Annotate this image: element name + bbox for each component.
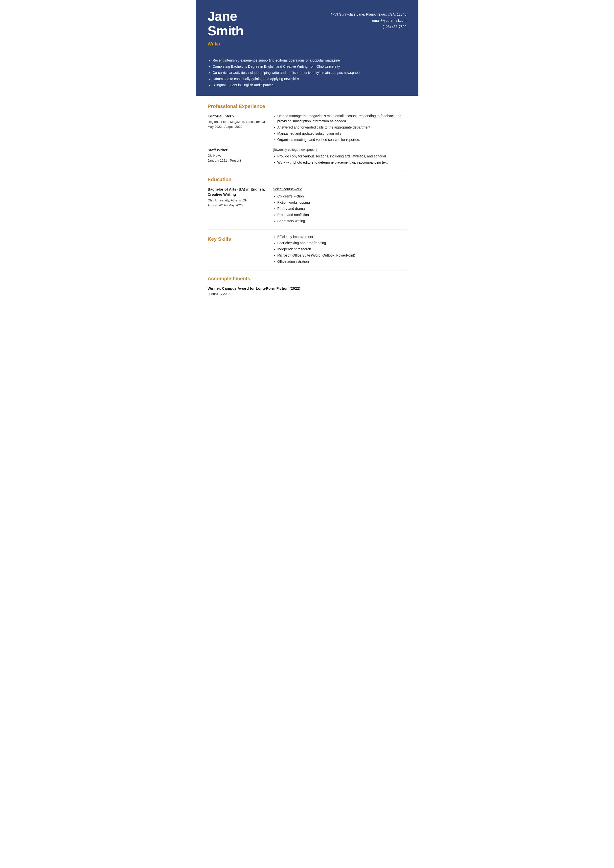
job-1-bullets: Helped manage the magazine's main email …	[273, 113, 407, 143]
summary-bullet-1: Recent internship experience supporting …	[213, 58, 407, 63]
skill-4: Microsoft Office Suite (Word, Outlook, P…	[277, 253, 407, 258]
key-skills-title: Key Skills	[208, 235, 267, 243]
job-2-bullet-2: Work with photo editors to determine pla…	[277, 160, 407, 165]
skills-layout: Key Skills Efficiency improvement Fact-c…	[208, 234, 407, 265]
course-1: Children's Fiction	[277, 194, 407, 199]
summary-bullet-4: Committed to continually gaining and app…	[213, 76, 407, 82]
skills-label-col: Key Skills	[208, 234, 267, 265]
education-section: Education Bachelor of Arts (BA) in Engli…	[208, 176, 407, 225]
job-1-bullet-4: Organized meetings and verified sources …	[277, 137, 407, 143]
first-name: Jane	[208, 9, 237, 23]
job-entry-1: Editorial Intern Regional Floral Magazin…	[208, 113, 407, 143]
education-title: Education	[208, 176, 407, 183]
summary-section: Recent internship experience supporting …	[196, 55, 418, 96]
degree-title: Bachelor of Arts (BA) in English, Creati…	[208, 187, 267, 197]
address: 4759 Sunnydale Lane, Plano, Texas, USA, …	[330, 11, 406, 17]
skills-list: Efficiency improvement Fact-checking and…	[273, 234, 407, 264]
education-right: Select coursework: Children's Fiction Fi…	[273, 187, 407, 225]
course-4: Prose and nonfiction	[277, 212, 407, 217]
job-1-dates: May 2022 - August 2022	[208, 124, 267, 129]
skill-1: Efficiency improvement	[277, 234, 407, 239]
job-2-right: [Biweekly college newspaper] Provide cop…	[273, 147, 407, 166]
skills-list-col: Efficiency improvement Fact-checking and…	[273, 234, 407, 265]
candidate-title: Writer	[208, 41, 331, 48]
main-content: Professional Experience Editorial Intern…	[196, 96, 418, 302]
job-2-bullets: Provide copy for various sections, inclu…	[273, 154, 407, 165]
job-2-left: Staff Writer OU News January 2021 - Pres…	[208, 147, 267, 166]
education-dates: August 2019 - May 2023	[208, 203, 267, 208]
summary-bullet-5: Bilingual: Fluent in English and Spanish	[213, 82, 407, 88]
skill-3: Independent research	[277, 246, 407, 252]
job-2-dates: January 2021 - Present	[208, 158, 267, 163]
course-3: Poetry and drama	[277, 206, 407, 211]
professional-experience-title: Professional Experience	[208, 102, 407, 110]
education-left: Bachelor of Arts (BA) in English, Creati…	[208, 187, 267, 225]
skill-2: Fact-checking and proofreading	[277, 240, 407, 246]
summary-bullet-3: Co-curricular activities include helping…	[213, 70, 407, 75]
job-1-company: Regional Floral Magazine, Lancaster, OH	[208, 119, 267, 124]
phone: (123) 456-7890	[330, 24, 406, 30]
job-2-bullet-1: Provide copy for various sections, inclu…	[277, 154, 407, 159]
job-1-bullet-3: Maintained and updated subscription roll…	[277, 131, 407, 136]
header-left: Jane Smith Writer	[208, 9, 331, 48]
institution: Ohio University, Athens, OH	[208, 198, 267, 203]
accomplishments-title: Accomplishments	[208, 275, 407, 282]
summary-bullets: Recent internship experience supporting …	[208, 58, 407, 88]
header-contact: 4759 Sunnydale Lane, Plano, Texas, USA, …	[330, 9, 406, 30]
job-2-note: [Biweekly college newspaper]	[273, 147, 407, 152]
job-entry-2: Staff Writer OU News January 2021 - Pres…	[208, 147, 407, 166]
course-5: Short story writing	[277, 219, 407, 224]
divider-1	[208, 171, 407, 171]
summary-bullet-2: Completing Bachelor's Degree in English …	[213, 64, 407, 69]
email: email@youremail.com	[330, 17, 406, 24]
job-1-bullet-2: Answered and forwarded calls to the appr…	[277, 125, 407, 130]
coursework-label: Select coursework:	[273, 187, 407, 192]
accomplishment-1-title: Winner, Campus Award for Long-Form Ficti…	[208, 286, 407, 291]
job-1-left: Editorial Intern Regional Floral Magazin…	[208, 113, 267, 143]
divider-2	[208, 229, 407, 230]
accomplishment-1-meta: | February 2022	[208, 291, 407, 296]
key-skills-section: Key Skills Efficiency improvement Fact-c…	[208, 234, 407, 265]
candidate-name: Jane Smith	[208, 9, 331, 38]
education-entry: Bachelor of Arts (BA) in English, Creati…	[208, 187, 407, 225]
header-section: Jane Smith Writer 4759 Sunnydale Lane, P…	[196, 0, 418, 55]
professional-experience-section: Professional Experience Editorial Intern…	[208, 102, 407, 166]
course-2: Fiction workshopping	[277, 200, 407, 205]
last-name: Smith	[208, 23, 244, 38]
coursework-list: Children's Fiction Fiction workshopping …	[273, 194, 407, 224]
resume-container: Jane Smith Writer 4759 Sunnydale Lane, P…	[196, 0, 418, 302]
accomplishments-section: Accomplishments Winner, Campus Award for…	[208, 275, 407, 296]
job-1-bullet-1: Helped manage the magazine's main email …	[277, 113, 407, 124]
skill-5: Office administration	[277, 259, 407, 264]
job-1-right: Helped manage the magazine's main email …	[273, 113, 407, 143]
job-2-title: Staff Writer	[208, 147, 267, 153]
job-1-title: Editorial Intern	[208, 113, 267, 119]
job-2-company: OU News	[208, 153, 267, 158]
